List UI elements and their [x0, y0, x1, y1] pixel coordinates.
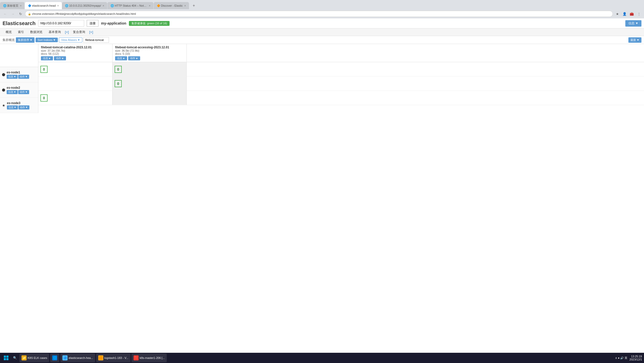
taskbar-app-k8s[interactable]: 🟥 k8s-master1-206 [... [131, 354, 167, 362]
browser-tab-404[interactable]: 🌐 HTTP Status 404 – Not Found × [107, 2, 153, 9]
node3-shard-box-0: 0 [40, 94, 48, 102]
profile-icon[interactable]: 👤 [621, 11, 628, 17]
cluster-status-badge: 集群健康值: green (16 of 16) [129, 21, 170, 26]
tab-title-404: HTTP Status 404 – Not Found [115, 4, 147, 7]
node2-shards-row: 0 [38, 76, 644, 91]
start-button[interactable] [2, 354, 10, 362]
address-bar[interactable]: 🔒 chrome-extension://ffmkiejjmecolpfloof… [25, 11, 613, 17]
nav-tab-basic-query[interactable]: 基本查询 [46, 29, 64, 35]
nav-tab-compound-query[interactable]: 复合查询 [70, 29, 88, 35]
extensions-icon[interactable]: 🧰 [629, 11, 635, 17]
es-node3-info-arrow: ▼ [14, 106, 16, 109]
index-col-catalina: filebeat-tomcat-catalina-2023.12.01 size… [38, 44, 113, 62]
svg-rect-2 [4, 358, 6, 360]
info-label: 信息 [628, 21, 635, 25]
nav-tab-plus-2[interactable]: [+] [88, 29, 94, 35]
index-catalina-info-button[interactable]: 信息 ▼ [41, 56, 53, 60]
tab-close-elasticsearch[interactable]: × [57, 4, 59, 7]
idx-accesslog-action-arrow: ▼ [136, 57, 138, 60]
idx-catalina-action-arrow: ▼ [61, 57, 64, 60]
taskbar-search-button[interactable]: 🔍 [11, 354, 18, 361]
index-accesslog-info-button[interactable]: 信息 ▼ [115, 56, 127, 60]
es-node1-dot [2, 73, 5, 76]
reload-button[interactable]: ↻ [17, 11, 24, 17]
url-input[interactable] [38, 20, 84, 27]
view-aliases-arrow: ▼ [77, 38, 80, 41]
menu-icon[interactable]: ⋮ [636, 11, 642, 17]
tab-icon-myapp: 🌐 [65, 4, 68, 7]
taskbar-app-k8s-elk[interactable]: 📁 K8S ELK cases [19, 354, 49, 362]
sort-indices-button[interactable]: Sort Indices ▼ [36, 38, 58, 42]
es-node1-info-button[interactable]: 信息 ▼ [7, 75, 18, 79]
view-aliases-button[interactable]: View Aliases ▼ [59, 37, 82, 42]
indices-area: filebeat-tomcat-catalina-2023.12.01 size… [38, 44, 644, 113]
browser-tab-new-tab[interactable]: 🌐 新标签页 × [0, 2, 25, 9]
tab-close-404[interactable]: × [149, 4, 150, 7]
nav-tab-plus-1[interactable]: [+] [64, 29, 70, 35]
nav-tab-overview[interactable]: 概览 [3, 29, 15, 35]
index-accesslog-action-button[interactable]: 动作 ▼ [128, 56, 140, 60]
view-aliases-label: View Aliases [61, 38, 77, 41]
browser-tab-elasticsearch[interactable]: 🔷 elasticsearch-head × [25, 2, 62, 9]
toolbar: 集群概览 集群排序 ▼ Sort Indices ▼ View Aliases … [0, 36, 644, 44]
tab-icon-new-tab: 🌐 [3, 4, 6, 7]
bookmark-icon[interactable]: ★ [614, 11, 620, 17]
tab-title-elasticsearch: elasticsearch-head [32, 4, 55, 7]
taskbar-k8s-elk-icon: 📁 [21, 355, 27, 360]
taskbar-app-edge[interactable]: 🌐 [50, 354, 59, 362]
app-title: Elasticsearch [3, 20, 36, 26]
es-node3-info-button[interactable]: 信息 ▼ [7, 105, 18, 109]
info-arrow-icon: ▼ [635, 21, 638, 25]
tab-icon-discover: 🔶 [157, 4, 160, 7]
tab-close-new-tab[interactable]: × [20, 4, 21, 7]
browser-tab-discover[interactable]: 🔶 Discover - Elastic × [154, 2, 189, 9]
app-header: Elasticsearch 连接 my-application 集群健康值: g… [0, 18, 644, 28]
es-node2-info-button[interactable]: 信息 ▼ [7, 90, 18, 94]
taskbar-logstash-icon: 🟧 [98, 355, 103, 360]
node1-shard-col0: 0 [38, 62, 113, 76]
es-node3-star-icon: ★ [2, 103, 5, 107]
idx-catalina-info-arrow: ▼ [48, 57, 51, 60]
es-node1-action-button[interactable]: 动作 ▼ [18, 75, 29, 79]
es-node3-action-button[interactable]: 动作 ▼ [18, 105, 29, 109]
es-node3-name: es-node3 [7, 101, 29, 105]
index-catalina-action-button[interactable]: 动作 ▼ [54, 56, 66, 60]
taskbar: 🔍 📁 K8S ELK cases 🌐 🔷 elasticsearch-hea.… [0, 353, 644, 363]
taskbar-app-logstash[interactable]: 🟧 logstash1-183 - V... [96, 354, 130, 362]
back-button[interactable]: ← [2, 11, 8, 17]
new-tab-button[interactable]: + [190, 2, 197, 9]
taskbar-logstash-label: logstash1-183 - V... [104, 356, 128, 359]
es-node2-name: es-node2 [7, 86, 29, 90]
newest-button[interactable]: 最新 ▼ [628, 37, 641, 43]
sort-indices-label: Sort Indices [38, 38, 52, 41]
lock-icon: 🔒 [28, 13, 31, 15]
node-row-es-node2: es-node2 信息 ▼ 动作 ▼ [0, 82, 38, 98]
tab-close-discover[interactable]: × [184, 4, 186, 7]
es-node2-info-arrow: ▼ [14, 91, 16, 93]
index-col-catalina-name: filebeat-tomcat-catalina-2023.12.01 [41, 46, 110, 49]
nav-tab-data-browse[interactable]: 数据浏览 [27, 29, 46, 35]
svg-rect-3 [6, 358, 8, 360]
es-node2-action-button[interactable]: 动作 ▼ [18, 90, 29, 94]
sort-cluster-label: 集群排序 [18, 38, 29, 42]
nav-tab-indices[interactable]: 索引 [15, 29, 27, 35]
tab-close-myapp[interactable]: × [103, 4, 104, 7]
taskbar-k8s-label: k8s-master1-206 [... [140, 356, 165, 359]
nav-tabs: 概览 索引 数据浏览 基本查询 [+] 复合查询 [+] [0, 28, 644, 36]
sort-cluster-arrow: ▼ [30, 38, 32, 41]
taskbar-k8s-icon: 🟥 [134, 355, 139, 360]
filter-input[interactable] [83, 37, 109, 43]
browser-tab-myapp[interactable]: 🌐 10.0.0.211:30292/myapp/ × [62, 2, 107, 9]
es-node2-action-arrow: ▼ [25, 91, 28, 93]
taskbar-app-elasticsearch[interactable]: 🔷 elasticsearch-hea... [60, 354, 95, 362]
forward-button[interactable]: → [10, 11, 16, 17]
node1-shard-box-1: 0 [115, 66, 122, 73]
node3-shard-col1-empty [113, 91, 187, 105]
info-button[interactable]: 信息 ▼ [625, 20, 641, 27]
taskbar-elasticsearch-label: elasticsearch-hea... [69, 356, 93, 359]
taskbar-right: ∧ ♦ 🔊 英 13:25:19 2023/12/1 [615, 355, 642, 361]
sort-cluster-button[interactable]: 集群排序 ▼ [16, 37, 35, 43]
newest-arrow: ▼ [637, 38, 639, 41]
es-node1-info-arrow: ▼ [14, 75, 16, 78]
connect-button[interactable]: 连接 [87, 20, 98, 27]
